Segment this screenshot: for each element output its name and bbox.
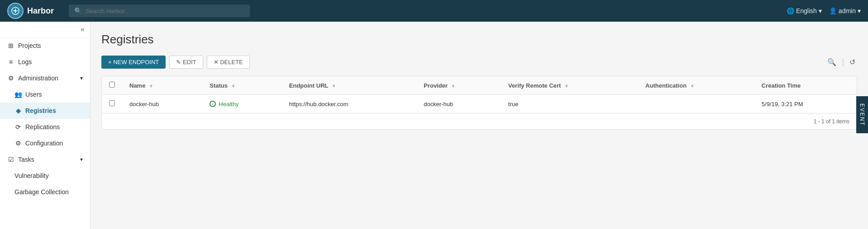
th-name-label: Name [129, 82, 145, 89]
projects-icon: ⊞ [7, 42, 14, 49]
th-status-label: Status [210, 82, 228, 89]
sidebar-label-administration: Administration [18, 75, 58, 82]
registries-icon: ◈ [14, 107, 22, 114]
delete-button[interactable]: ✕ DELETE [207, 56, 250, 69]
configuration-icon: ⚙ [14, 140, 22, 147]
sidebar-toggle[interactable]: « [0, 22, 90, 37]
collapse-button[interactable]: « [81, 25, 85, 33]
registries-table: Name ▼ Status ▼ Endpoint URL ▼ Provide [102, 76, 857, 113]
sidebar-label-tasks: Tasks [18, 156, 34, 163]
endpoint-sort-icon: ▼ [332, 84, 336, 89]
sidebar-item-registries[interactable]: ◈ Registries [0, 103, 90, 119]
select-all-col[interactable] [102, 76, 122, 95]
toolbar-right: 🔍 | ↺ [825, 56, 857, 68]
sidebar-label-users: Users [25, 91, 42, 98]
row-status: Healthy [202, 95, 282, 113]
users-icon: 👥 [14, 91, 22, 98]
th-endpoint-url[interactable]: Endpoint URL ▼ [282, 76, 416, 95]
name-sort-icon: ▼ [149, 84, 153, 89]
app-logo[interactable]: Harbor [7, 3, 62, 19]
th-authentication[interactable]: Authentication ▼ [638, 76, 754, 95]
search-button[interactable]: 🔍 [825, 56, 838, 68]
main-layout: « ⊞ Projects ≡ Logs ⚙ Administration ▾ 👥… [0, 22, 868, 229]
status-healthy: Healthy [210, 101, 275, 107]
pagination-info: 1 - 1 of 1 items [814, 118, 849, 125]
edit-label: ✎ EDIT [176, 59, 196, 65]
language-chevron: ▾ [819, 7, 822, 14]
row-checkbox[interactable] [109, 100, 115, 106]
sidebar-item-garbage-collection[interactable]: Garbage Collection [0, 184, 90, 200]
sidebar-item-configuration[interactable]: ⚙ Configuration [0, 135, 90, 151]
page-title: Registries [101, 33, 857, 47]
main-content: Registries + NEW ENDPOINT ✎ EDIT ✕ DELET… [91, 22, 868, 229]
table-footer: 1 - 1 of 1 items [102, 113, 857, 129]
app-name: Harbor [27, 6, 54, 16]
user-menu[interactable]: 👤 admin ▾ [829, 7, 861, 14]
row-creation-time: 5/9/19, 3:21 PM [754, 95, 857, 113]
table-row[interactable]: docker-hub Healthy https://hub.docker.co… [102, 95, 857, 113]
sidebar-item-replications[interactable]: ⟳ Replications [0, 119, 90, 135]
th-provider[interactable]: Provider ▼ [416, 76, 501, 95]
table-header: Name ▼ Status ▼ Endpoint URL ▼ Provide [102, 76, 857, 95]
new-endpoint-button[interactable]: + NEW ENDPOINT [101, 56, 166, 69]
status-label: Healthy [219, 101, 238, 107]
th-authentication-label: Authentication [645, 82, 687, 89]
th-verify-remote-cert[interactable]: Verify Remote Cert ▼ [501, 76, 638, 95]
administration-icon: ⚙ [7, 75, 14, 82]
row-checkbox-col[interactable] [102, 95, 122, 113]
search-icon: 🔍 [827, 58, 836, 66]
sidebar-section-tasks[interactable]: ☑ Tasks ▾ [0, 151, 90, 168]
healthy-icon [210, 101, 216, 107]
th-name[interactable]: Name ▼ [122, 76, 202, 95]
language-label: English [796, 7, 817, 14]
registries-table-container: Name ▼ Status ▼ Endpoint URL ▼ Provide [101, 76, 857, 130]
event-tab[interactable]: EVENT [856, 96, 868, 133]
row-verify-remote-cert: true [501, 95, 638, 113]
provider-sort-icon: ▼ [451, 84, 456, 89]
sidebar-section-administration[interactable]: ⚙ Administration ▾ [0, 70, 90, 86]
sidebar-label-vulnerability: Vulnerability [14, 172, 49, 179]
row-authentication [638, 95, 754, 113]
sidebar-item-projects[interactable]: ⊞ Projects [0, 37, 90, 54]
th-status[interactable]: Status ▼ [202, 76, 282, 95]
new-endpoint-label: + NEW ENDPOINT [108, 59, 159, 65]
table-header-row: Name ▼ Status ▼ Endpoint URL ▼ Provide [102, 76, 857, 95]
status-sort-icon: ▼ [231, 84, 236, 89]
select-all-checkbox[interactable] [109, 82, 115, 88]
sidebar-item-users[interactable]: 👥 Users [0, 86, 90, 103]
th-endpoint-url-label: Endpoint URL [289, 82, 328, 89]
search-input[interactable] [86, 8, 176, 14]
toolbar: + NEW ENDPOINT ✎ EDIT ✕ DELETE 🔍 | ↺ [101, 56, 857, 69]
language-selector[interactable]: 🌐 English ▾ [787, 7, 822, 14]
user-chevron: ▾ [858, 7, 861, 14]
logo-icon [7, 3, 24, 19]
auth-sort-icon: ▼ [690, 84, 695, 89]
user-icon: 👤 [829, 7, 837, 14]
row-endpoint-url: https://hub.docker.com [282, 95, 416, 113]
search-icon: 🔍 [74, 7, 82, 14]
sidebar-label-replications: Replications [25, 123, 60, 131]
row-provider: docker-hub [416, 95, 501, 113]
th-creation-time[interactable]: Creation Time [754, 76, 857, 95]
toolbar-divider: | [842, 57, 844, 67]
th-provider-label: Provider [424, 82, 448, 89]
refresh-icon: ↺ [849, 58, 855, 66]
sidebar-item-vulnerability[interactable]: Vulnerability [0, 168, 90, 184]
table-body: docker-hub Healthy https://hub.docker.co… [102, 95, 857, 113]
event-tab-label: EVENT [859, 103, 865, 126]
row-name: docker-hub [122, 95, 202, 113]
sidebar-label-logs: Logs [18, 58, 32, 65]
refresh-button[interactable]: ↺ [848, 56, 857, 68]
search-bar[interactable]: 🔍 [69, 5, 250, 17]
sidebar-item-logs[interactable]: ≡ Logs [0, 54, 90, 70]
tasks-icon: ☑ [7, 156, 14, 163]
tasks-chevron: ▾ [80, 156, 83, 163]
top-navigation: Harbor 🔍 🌐 English ▾ 👤 admin ▾ [0, 0, 868, 22]
edit-button[interactable]: ✎ EDIT [169, 56, 203, 69]
replications-icon: ⟳ [14, 123, 22, 131]
svg-point-1 [14, 10, 16, 12]
globe-icon: 🌐 [787, 7, 794, 14]
sidebar-label-configuration: Configuration [25, 140, 63, 147]
logs-icon: ≡ [7, 58, 14, 65]
th-creation-time-label: Creation Time [762, 82, 801, 89]
